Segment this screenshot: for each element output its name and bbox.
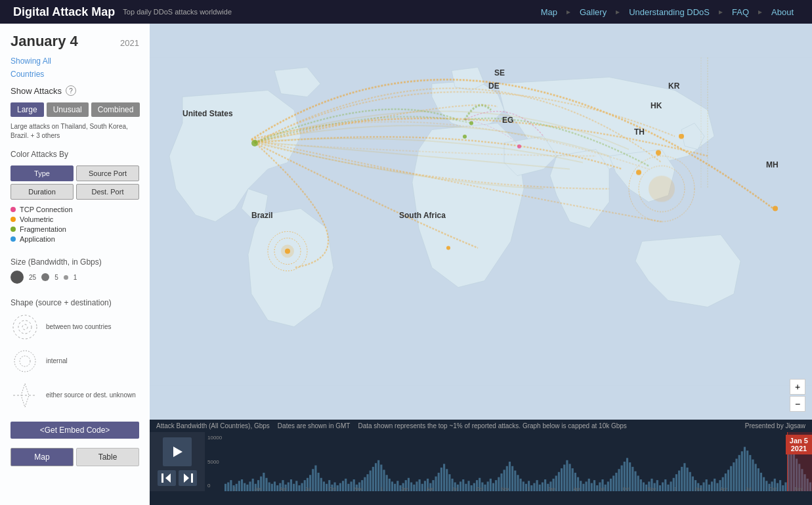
label-eg: EG [502,116,513,125]
shape-two-countries: between two countries [11,313,139,341]
size-dot-large [11,271,24,284]
x-label-jan: Jan [254,487,261,491]
legend: TCP Connection Volumetric Fragmentation … [11,204,139,243]
presented-by: Presented by Jigsaw [745,422,805,429]
nav-about[interactable]: About [766,7,799,17]
svg-point-4 [20,356,30,366]
shape-internal-label: internal [46,357,68,366]
svg-point-23 [446,246,450,250]
tab-table[interactable]: Table [76,448,139,466]
skip-back-icon [161,473,172,483]
tab-map[interactable]: Map [11,448,74,466]
x-labels: 1 Jan Apr Jul Oct Nov 1 Jan Apr Jul Oct … [224,487,812,491]
color-duration-button[interactable]: Duration [11,184,74,200]
shape-title: Shape (source + destination) [11,298,139,307]
volumetric-label: Volumetric [20,215,53,223]
x-label-apr: Apr [280,487,287,491]
app-subtitle: Top daily DDoS attacks worldwide [123,8,232,16]
svg-rect-221 [749,455,751,491]
bottom-tabs: Map Table [11,448,139,466]
app-logo: Digital Attack Map [13,5,115,19]
size-section: Size (Bandwidth, in Gbps) 25 5 1 [11,252,139,284]
legend-application: Application [11,235,139,243]
embed-code-button[interactable]: <Get Embed Code> [11,422,139,439]
application-label: Application [20,235,55,243]
color-source-port-button[interactable]: Source Port [76,165,139,181]
timezone-note: Dates are shown in GMT [278,422,351,429]
bandwidth-label: Attack Bandwidth (All Countries), Gbps [156,422,270,429]
shape-unknown-icon [11,381,39,410]
skip-forward-button[interactable] [179,470,197,486]
svg-point-19 [679,134,684,139]
attack-description: Large attacks on Thailand, South Korea, … [11,122,139,141]
map-area[interactable]: United States Brazil South Africa SE DE … [150,24,812,420]
nav-gallery[interactable]: Gallery [574,7,612,17]
svg-marker-24 [173,447,182,457]
chart-area[interactable]: 10000 5000 0 [205,432,812,491]
size-label-1: 1 [74,274,77,281]
world-map-svg [150,24,812,420]
timeline-info: Attack Bandwidth (All Countries), Gbps D… [150,420,812,432]
shape-internal-icon [11,347,39,376]
shape-internal: internal [11,347,139,376]
shape-unknown: either source or dest. unknown [11,381,139,410]
current-year: 2021 [790,445,808,452]
svg-rect-218 [741,451,743,491]
year-label: 2021 [120,38,139,48]
shape-two-countries-icon [11,313,39,341]
help-icon[interactable]: ? [66,85,76,96]
color-dest-port-button[interactable]: Dest. Port [76,184,139,200]
size-label-25: 25 [29,274,36,281]
label-united-states: United States [182,109,233,118]
zoom-buttons: + − [790,379,805,413]
label-th: TH [634,127,645,137]
label-brazil: Brazil [251,211,273,220]
show-attacks-row: Show Attacks ? [11,85,139,96]
shape-unknown-label: either source or dest. unknown [46,391,136,400]
svg-point-15 [285,249,290,254]
svg-point-2 [22,324,28,330]
countries-label: Countries [11,70,139,79]
skip-back-button[interactable] [158,470,176,486]
x-label-oct: Oct [329,487,336,491]
svg-point-18 [517,144,521,148]
play-button[interactable] [163,437,192,466]
nav-map[interactable]: Map [536,7,563,17]
legend-fragmentation: Fragmentation [11,225,139,233]
svg-point-17 [463,135,467,139]
data-note: Data shown represents the top ~1% of rep… [358,422,626,429]
label-de: DE [488,81,500,91]
label-mh: MH [766,160,779,169]
svg-point-0 [13,315,37,339]
volumetric-dot [11,217,16,222]
zoom-out-button[interactable]: − [790,396,805,412]
combined-button[interactable]: Combined [91,102,140,117]
legend-volumetric: Volumetric [11,215,139,223]
label-hk: HK [651,101,662,110]
svg-rect-26 [161,473,163,483]
size-dots: 25 5 1 [11,271,139,284]
svg-point-13 [649,176,675,202]
main-nav: Map ▸ Gallery ▸ Understanding DDoS ▸ FAQ… [536,7,799,17]
attack-buttons: Large Unusual Combined [11,102,139,117]
svg-point-1 [18,320,32,334]
play-icon [171,445,184,458]
sidebar: January 4 2021 Showing All Countries Sho… [0,24,150,505]
size-dot-small [64,275,68,280]
unusual-button[interactable]: Unusual [47,102,89,117]
date-row: January 4 2021 [11,33,139,50]
header: Digital Attack Map Top daily DDoS attack… [0,0,812,24]
x-label-1: 1 [234,487,236,491]
label-kr: KR [668,81,679,91]
large-button[interactable]: Large [11,102,44,117]
color-type-button[interactable]: Type [11,165,74,181]
fragmentation-dot [11,227,16,232]
nav-faq[interactable]: FAQ [727,7,754,17]
svg-rect-28 [191,473,193,483]
zoom-in-button[interactable]: + [790,379,805,395]
application-dot [11,236,16,242]
svg-point-3 [14,351,35,372]
svg-rect-219 [744,447,746,492]
chart-svg [224,432,812,491]
nav-understanding-ddos[interactable]: Understanding DDoS [624,7,715,17]
